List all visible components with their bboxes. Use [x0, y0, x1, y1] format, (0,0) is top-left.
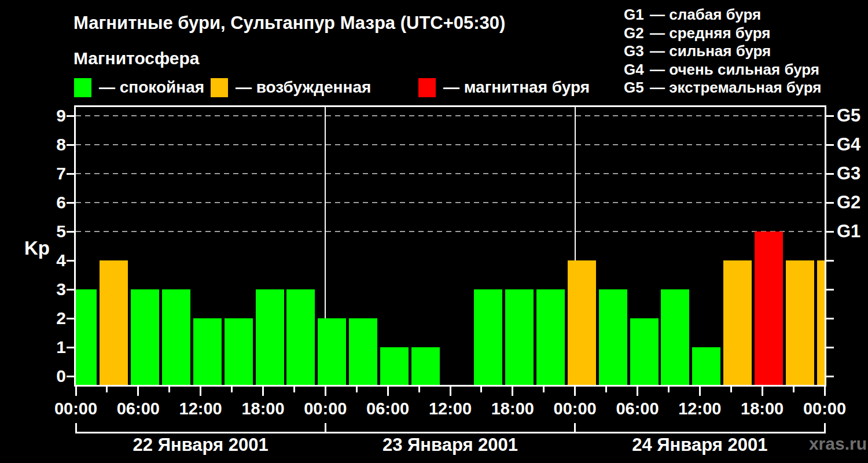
- plot-area: [74, 105, 826, 387]
- watermark: xras.ru: [809, 434, 867, 454]
- y-axis-label: 6: [34, 193, 66, 212]
- y-axis-label: 5: [34, 222, 66, 241]
- kp-bar: [786, 260, 814, 385]
- g-scale-label: G1: [837, 221, 860, 242]
- y-axis-tick: [67, 231, 74, 233]
- y-axis-tick: [67, 347, 74, 348]
- quiet-color-swatch: [74, 78, 91, 97]
- gridline: [76, 231, 825, 232]
- storm-scale-code: G2: [624, 24, 650, 43]
- kp-bar: [568, 260, 596, 385]
- x-axis-tick: [824, 387, 826, 396]
- x-axis-tick: [75, 387, 77, 396]
- x-axis-tick: [418, 387, 420, 392]
- storm-scale-legend: G1— слабая буряG2— средняя буряG3— сильн…: [624, 6, 821, 97]
- day-label: 23 Января 2001: [325, 435, 575, 455]
- gridline: [76, 144, 825, 145]
- x-axis-tick: [512, 387, 513, 396]
- kp-bar: [193, 318, 222, 385]
- right-axis-tick: [826, 202, 834, 204]
- kp-bar: [318, 318, 346, 385]
- kp-bar: [411, 347, 440, 385]
- storm-scale-code: G5: [624, 79, 650, 97]
- gridline: [76, 115, 825, 116]
- magnetosphere-legend-heading: Магнитосфера: [73, 49, 200, 68]
- kp-bar: [256, 289, 284, 385]
- x-axis-time-label: 00:00: [784, 399, 865, 418]
- right-axis-tick: [826, 231, 834, 233]
- x-axis-tick: [605, 387, 607, 392]
- kp-bar: [536, 289, 565, 385]
- right-axis-tick: [826, 347, 834, 348]
- day-label: 22 Января 2001: [76, 435, 326, 455]
- x-axis-tick: [106, 387, 108, 392]
- disturbed-color-swatch: [211, 78, 228, 97]
- right-axis-tick: [826, 173, 834, 175]
- y-axis-label: 0: [34, 366, 66, 386]
- x-axis-tick: [699, 387, 701, 396]
- y-axis-tick: [67, 376, 74, 377]
- kp-bar: [505, 289, 534, 385]
- kp-bar: [225, 318, 253, 385]
- x-axis-tick: [730, 387, 732, 392]
- g-scale-label: G3: [837, 163, 860, 184]
- y-axis-label: 2: [34, 308, 66, 328]
- y-axis-label: 3: [34, 280, 66, 299]
- day-bracket-end: [824, 423, 826, 433]
- storm-scale-code: G3: [624, 42, 650, 61]
- storm-scale-legend-item: G5— экстремальная буря: [624, 79, 821, 97]
- x-axis-tick: [793, 387, 795, 392]
- kp-bar: [599, 289, 627, 385]
- x-axis-tick: [200, 387, 201, 396]
- y-axis-tick: [67, 144, 74, 146]
- legend-item-storm: — магнитная буря: [418, 78, 590, 97]
- chart-title: Магнитные бури, Сультанпур Мазра (UTC+05…: [73, 13, 505, 34]
- x-axis-tick: [137, 387, 139, 396]
- g-scale-label: G5: [837, 105, 860, 126]
- x-axis-tick: [574, 387, 576, 396]
- legend-label-disturbed: — возбужденная: [236, 78, 371, 97]
- x-axis-tick: [168, 387, 170, 392]
- storm-scale-code: G1: [624, 6, 650, 24]
- right-axis-tick: [826, 260, 834, 262]
- kp-bar: [162, 289, 190, 385]
- storm-scale-code: G4: [624, 61, 650, 79]
- y-axis-tick: [67, 173, 74, 175]
- x-axis-tick: [293, 387, 295, 392]
- y-axis-tick: [67, 318, 74, 319]
- kp-bar: [755, 232, 783, 385]
- y-axis-label: 7: [34, 164, 66, 183]
- g-scale-label: G4: [837, 134, 860, 155]
- y-axis-tick: [67, 115, 74, 117]
- kp-bar: [286, 289, 315, 385]
- y-axis-label: 9: [34, 106, 66, 126]
- day-bracket-end: [325, 423, 326, 433]
- plot-inner-area: [76, 107, 825, 385]
- y-axis-label: 4: [34, 251, 66, 270]
- right-axis-tick: [826, 144, 834, 146]
- kp-bar: [474, 289, 502, 385]
- kp-bar: [100, 260, 128, 385]
- x-axis-tick: [668, 387, 670, 392]
- storm-scale-label: — средняя буря: [650, 24, 770, 42]
- y-axis-tick: [67, 289, 74, 291]
- storm-color-swatch: [418, 78, 436, 97]
- legend-label-storm: — магнитная буря: [443, 78, 590, 97]
- storm-scale-legend-item: G4— очень сильная буря: [624, 61, 821, 79]
- y-axis-tick: [67, 260, 74, 262]
- kp-storm-chart: Магнитные бури, Сультанпур Мазра (UTC+05…: [0, 0, 868, 463]
- storm-scale-legend-item: G1— слабая буря: [624, 6, 821, 24]
- legend-label-quiet: — спокойная: [99, 78, 204, 97]
- right-axis-tick: [826, 115, 834, 117]
- day-label: 24 Января 2001: [575, 435, 825, 455]
- kp-bar: [349, 318, 377, 385]
- storm-scale-label: — очень сильная буря: [650, 61, 819, 78]
- y-axis-label: 8: [34, 135, 66, 155]
- kp-bar: [817, 260, 825, 385]
- legend-item-disturbed: — возбужденная: [211, 78, 371, 97]
- x-axis-tick: [762, 387, 763, 396]
- x-axis-tick: [262, 387, 264, 396]
- x-axis-tick: [356, 387, 358, 392]
- x-axis-tick: [637, 387, 638, 396]
- y-axis-tick: [67, 202, 74, 204]
